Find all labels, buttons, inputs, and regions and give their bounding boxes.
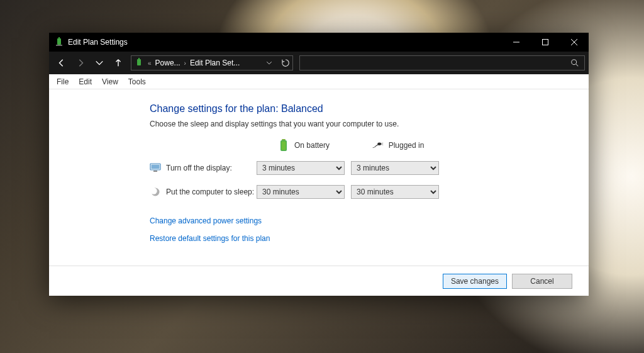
row-sleep-label: Put the computer to sleep: (166, 188, 254, 196)
address-bar[interactable]: « Powe... › Edit Plan Set... (131, 55, 293, 70)
row-turn-off-display: Turn off the display: (150, 162, 257, 174)
svg-rect-2 (56, 45, 62, 46)
row-turn-off-display-label: Turn off the display: (166, 164, 232, 172)
menubar: File Edit View Tools (49, 74, 589, 89)
sleep-battery-select[interactable]: 30 minutes (257, 185, 345, 199)
search-box[interactable] (299, 55, 585, 70)
menu-tools[interactable]: Tools (123, 76, 151, 88)
menu-edit[interactable]: Edit (74, 76, 97, 88)
minimize-button[interactable] (502, 33, 531, 52)
svg-line-16 (381, 145, 383, 145)
links-section: Change advanced power settings Restore d… (150, 216, 589, 243)
moon-icon (150, 186, 161, 198)
svg-point-9 (572, 60, 577, 65)
svg-line-15 (381, 143, 383, 143)
svg-rect-18 (152, 165, 160, 169)
svg-rect-1 (58, 37, 60, 38)
svg-rect-8 (138, 58, 140, 59)
column-on-battery-label: On battery (294, 141, 330, 150)
up-button[interactable] (109, 54, 127, 72)
display-battery-select[interactable]: 3 minutes (257, 161, 345, 175)
recent-locations-button[interactable] (91, 54, 108, 72)
footer: Save changes Cancel (49, 266, 589, 296)
svg-line-10 (576, 64, 579, 67)
display-plugged-select[interactable]: 3 minutes (351, 161, 439, 175)
battery-icon (278, 140, 289, 151)
column-on-battery: On battery (257, 140, 351, 151)
breadcrumb-item-power[interactable]: Powe... (155, 59, 180, 67)
chevron-right-icon: › (183, 60, 187, 67)
crumb-prefix-icon: « (147, 60, 153, 67)
settings-grid: On battery Plugged in Turn off the displ… (150, 140, 589, 199)
save-changes-button[interactable]: Save changes (443, 274, 507, 289)
svg-rect-19 (153, 171, 157, 172)
window-title: Edit Plan Settings (68, 38, 128, 47)
maximize-button[interactable] (531, 33, 560, 52)
edit-plan-settings-window: Edit Plan Settings « Powe. (49, 33, 589, 296)
forward-button[interactable] (72, 54, 89, 72)
column-plugged-in: Plugged in (351, 140, 445, 151)
page-heading: Change settings for the plan: Balanced (150, 103, 589, 115)
column-plugged-in-label: Plugged in (389, 141, 425, 150)
menu-view[interactable]: View (97, 76, 123, 88)
back-button[interactable] (53, 54, 70, 72)
refresh-icon[interactable] (281, 59, 290, 67)
plug-icon (372, 140, 384, 151)
row-sleep: Put the computer to sleep: (150, 186, 257, 198)
sleep-plugged-select[interactable]: 30 minutes (351, 185, 439, 199)
svg-rect-0 (57, 38, 61, 45)
titlebar: Edit Plan Settings (49, 33, 589, 52)
svg-rect-7 (137, 59, 141, 65)
content-area: Change settings for the plan: Balanced C… (49, 89, 589, 266)
svg-rect-11 (282, 139, 286, 140)
svg-point-14 (377, 143, 381, 146)
menu-file[interactable]: File (52, 76, 74, 88)
app-icon (54, 37, 64, 47)
svg-rect-13 (281, 142, 286, 150)
search-icon (570, 59, 579, 67)
cancel-button[interactable]: Cancel (512, 274, 572, 289)
breadcrumb-item-editplan[interactable]: Edit Plan Set... (190, 59, 240, 67)
close-button[interactable] (560, 33, 589, 52)
address-icon (134, 58, 144, 68)
svg-rect-4 (543, 40, 548, 45)
link-restore-defaults[interactable]: Restore default settings for this plan (150, 234, 589, 243)
nav-toolbar: « Powe... › Edit Plan Set... (49, 52, 589, 74)
page-subheading: Choose the sleep and display settings th… (150, 120, 589, 128)
svg-point-21 (150, 188, 157, 194)
chevron-down-icon[interactable] (266, 60, 272, 66)
link-advanced-power-settings[interactable]: Change advanced power settings (150, 216, 589, 225)
display-icon (150, 162, 161, 174)
